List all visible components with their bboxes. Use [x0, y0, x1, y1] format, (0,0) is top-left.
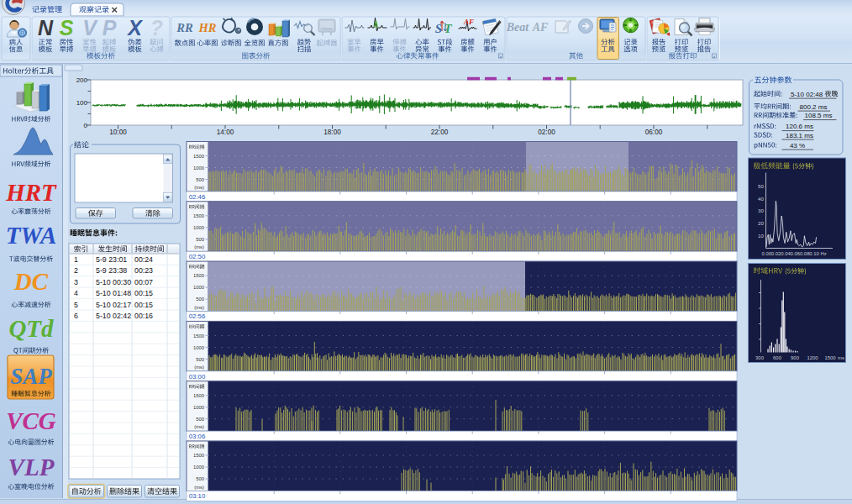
- svg-text:(ms): (ms): [194, 244, 204, 249]
- svg-text:1000: 1000: [193, 405, 205, 410]
- svg-text:V: V: [82, 16, 98, 39]
- svg-text:500: 500: [196, 177, 205, 182]
- svg-text:X: X: [126, 16, 143, 39]
- svg-text:100: 100: [76, 99, 88, 107]
- svg-text:0.02: 0.02: [771, 251, 781, 256]
- svg-text:500: 500: [196, 476, 205, 481]
- svg-text:HR: HR: [198, 21, 217, 34]
- svg-text:5-10 00:30: 5-10 00:30: [96, 278, 131, 286]
- svg-text:00:15: 00:15: [134, 301, 153, 309]
- svg-text:(ms): (ms): [194, 305, 204, 310]
- svg-text:3: 3: [74, 278, 78, 286]
- svg-text:Beat: Beat: [506, 21, 530, 34]
- svg-text:1500: 1500: [193, 154, 205, 159]
- svg-text:300: 300: [755, 355, 765, 360]
- svg-text:02:00: 02:00: [538, 129, 555, 136]
- svg-text:1: 1: [74, 255, 78, 264]
- svg-text:1500: 1500: [193, 393, 205, 398]
- svg-text:20: 20: [758, 220, 764, 226]
- svg-text:(ms): (ms): [194, 185, 204, 190]
- svg-text:1500: 1500: [193, 273, 205, 278]
- svg-text:03:10: 03:10: [189, 492, 206, 500]
- svg-text:(ms): (ms): [194, 424, 204, 429]
- svg-text:500: 500: [196, 237, 205, 242]
- svg-text:10: 10: [758, 233, 764, 239]
- svg-text:P: P: [103, 16, 117, 39]
- svg-text:00:15: 00:15: [134, 289, 153, 297]
- svg-text:Hz: Hz: [820, 251, 826, 256]
- svg-text:00:07: 00:07: [134, 278, 153, 286]
- svg-text:ms: ms: [838, 355, 844, 360]
- svg-text:1000: 1000: [193, 465, 205, 470]
- svg-text:SAP: SAP: [10, 364, 52, 389]
- svg-text:5-10 02:48: 5-10 02:48: [791, 91, 823, 98]
- svg-text:5-10 01:48: 5-10 01:48: [96, 289, 131, 297]
- svg-text:00:24: 00:24: [134, 255, 153, 264]
- svg-text:50: 50: [758, 183, 764, 189]
- svg-text:AF: AF: [463, 18, 474, 26]
- svg-text:5: 5: [74, 301, 78, 309]
- svg-text:5-10 02:42: 5-10 02:42: [96, 312, 131, 320]
- svg-text:18:00: 18:00: [323, 129, 341, 136]
- svg-text:1000: 1000: [193, 225, 205, 230]
- svg-text:40: 40: [758, 196, 764, 202]
- svg-text:TWA: TWA: [6, 222, 57, 249]
- svg-text:02:50: 02:50: [189, 253, 206, 260]
- svg-text:5-9 23:01: 5-9 23:01: [96, 255, 127, 264]
- svg-text:(ms): (ms): [194, 485, 204, 490]
- svg-text:03:06: 03:06: [189, 433, 206, 440]
- svg-text:4: 4: [74, 289, 78, 297]
- svg-text:500: 500: [196, 297, 205, 302]
- svg-text:22:00: 22:00: [431, 129, 449, 136]
- svg-text:30: 30: [758, 207, 764, 213]
- svg-text:1200: 1200: [807, 355, 818, 360]
- svg-text:?: ?: [150, 16, 163, 39]
- svg-text:600: 600: [773, 355, 782, 360]
- svg-text:VLP: VLP: [8, 454, 55, 480]
- svg-text:S: S: [435, 22, 442, 35]
- svg-text:108.5 ms: 108.5 ms: [805, 112, 833, 119]
- svg-text:02:56: 02:56: [189, 312, 206, 320]
- svg-text:1000: 1000: [193, 165, 205, 171]
- svg-text:1500: 1500: [193, 213, 205, 218]
- svg-text:0.10: 0.10: [809, 251, 819, 256]
- svg-text:1000: 1000: [193, 285, 205, 290]
- svg-text:02:46: 02:46: [189, 193, 206, 201]
- svg-text:1000: 1000: [193, 345, 205, 350]
- svg-text:AF: AF: [532, 21, 549, 34]
- svg-text:14:00: 14:00: [217, 129, 234, 136]
- svg-text:43 %: 43 %: [790, 142, 805, 150]
- svg-text:0.06: 0.06: [791, 251, 801, 256]
- svg-text:1500: 1500: [193, 453, 205, 458]
- svg-text:DC: DC: [13, 268, 49, 295]
- svg-text:200: 200: [76, 76, 88, 84]
- svg-text:S: S: [60, 16, 74, 39]
- svg-text:800.2 ms: 800.2 ms: [800, 103, 828, 111]
- svg-text:(ms): (ms): [194, 365, 204, 370]
- svg-text:1500: 1500: [193, 333, 205, 339]
- svg-text:00:16: 00:16: [134, 312, 153, 320]
- svg-text:120.6 ms: 120.6 ms: [786, 123, 813, 130]
- svg-text:QTd: QTd: [8, 315, 54, 342]
- svg-text:1500: 1500: [824, 355, 836, 360]
- svg-text:2: 2: [74, 266, 78, 275]
- svg-text:500: 500: [196, 357, 205, 362]
- svg-text:900: 900: [791, 355, 800, 360]
- svg-text:00:23: 00:23: [134, 266, 153, 275]
- svg-text:HRT: HRT: [5, 179, 57, 206]
- svg-text:N: N: [38, 16, 54, 39]
- svg-text:06:00: 06:00: [645, 129, 663, 136]
- svg-text:6: 6: [74, 312, 78, 320]
- svg-text:RR: RR: [176, 21, 193, 34]
- svg-text:5-9 23:38: 5-9 23:38: [96, 266, 127, 275]
- svg-text:500: 500: [196, 417, 205, 422]
- svg-text:VCG: VCG: [6, 407, 56, 434]
- svg-text:5-10 02:17: 5-10 02:17: [96, 301, 131, 309]
- svg-text:10:00: 10:00: [109, 129, 127, 136]
- svg-text:03:00: 03:00: [189, 373, 206, 381]
- svg-text:183.1 ms: 183.1 ms: [786, 132, 813, 139]
